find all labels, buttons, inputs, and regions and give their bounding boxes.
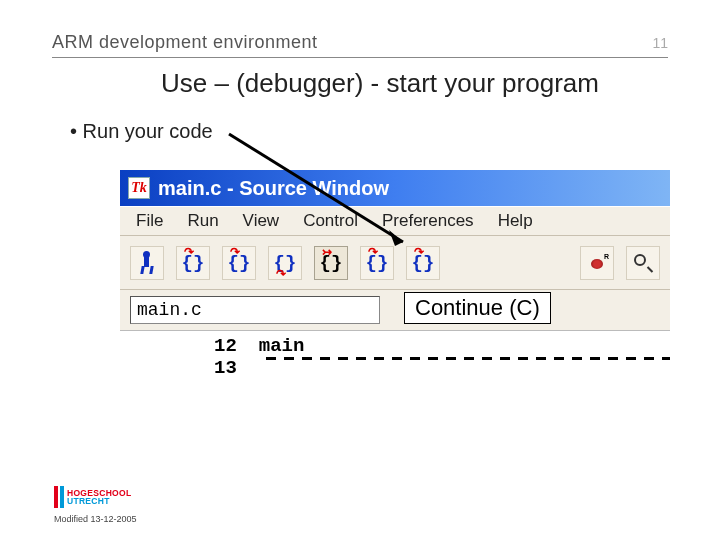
breakpoint-stripe — [266, 357, 670, 360]
line-text-12: main — [259, 335, 305, 357]
menu-preferences[interactable]: Preferences — [382, 211, 474, 231]
next-asm-icon: ↷{} — [412, 252, 435, 274]
logo-bottom: UTRECHT — [67, 497, 131, 506]
toolbar: ↷{} ↷{} ↷{} ↣{} ↷{} ↷{} R — [120, 236, 670, 290]
tb-step-asm-button[interactable]: ↷{} — [360, 246, 394, 280]
slide: ARM development environment 11 Use – (de… — [0, 0, 720, 540]
logo-bars-icon — [54, 486, 64, 508]
line-num-13: 13 — [214, 357, 237, 379]
bug-icon: R — [587, 255, 607, 271]
file-field[interactable]: main.c — [130, 296, 380, 324]
next-icon: ↷{} — [228, 252, 251, 274]
modified-date: Modified 13-12-2005 — [54, 514, 137, 524]
line-num-12: 12 — [214, 335, 237, 357]
finish-icon: ↷{} — [274, 252, 297, 274]
tb-step-button[interactable]: ↷{} — [176, 246, 210, 280]
slide-title: Use – (debugger) - start your program — [0, 68, 720, 99]
tb-run-button[interactable] — [130, 246, 164, 280]
header-bar: ARM development environment 11 — [52, 32, 668, 58]
menubar: File Run View Control Preferences Help — [120, 206, 670, 236]
logo-text: HOGESCHOOL UTRECHT — [67, 489, 131, 506]
tk-icon: Tk — [128, 177, 150, 199]
file-row: main.c Continue (C) — [120, 290, 670, 330]
continue-icon: ↣{} — [320, 252, 343, 274]
tb-next-asm-button[interactable]: ↷{} — [406, 246, 440, 280]
menu-control[interactable]: Control — [303, 211, 358, 231]
menu-file[interactable]: File — [136, 211, 163, 231]
window-titlebar: Tk main.c - Source Window — [120, 170, 670, 206]
step-icon: ↷{} — [182, 252, 205, 274]
tb-continue-button[interactable]: ↣{} — [314, 246, 348, 280]
tb-finish-button[interactable]: ↷{} — [268, 246, 302, 280]
menu-view[interactable]: View — [243, 211, 280, 231]
menu-help[interactable]: Help — [498, 211, 533, 231]
tb-memory-button[interactable] — [626, 246, 660, 280]
menu-run[interactable]: Run — [187, 211, 218, 231]
magnifier-icon — [634, 254, 652, 272]
window-title: main.c - Source Window — [158, 177, 389, 200]
bullet-run-code: • Run your code — [70, 120, 213, 143]
header-title: ARM development environment — [52, 32, 318, 53]
tb-registers-button[interactable]: R — [580, 246, 614, 280]
run-man-icon — [139, 251, 155, 275]
step-asm-icon: ↷{} — [366, 252, 389, 274]
debugger-screenshot: Tk main.c - Source Window File Run View … — [120, 170, 670, 390]
continue-tooltip: Continue (C) — [404, 292, 551, 324]
code-area: 12 main 13 — [120, 330, 670, 390]
footer-logo: HOGESCHOOL UTRECHT — [54, 486, 131, 508]
page-number: 11 — [652, 35, 668, 51]
tb-next-button[interactable]: ↷{} — [222, 246, 256, 280]
